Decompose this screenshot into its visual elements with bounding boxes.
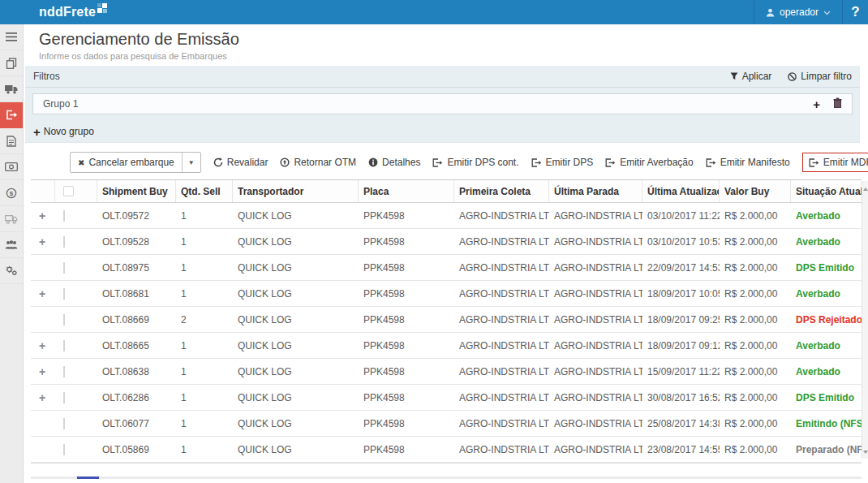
return-otm-button[interactable]: Retornar OTM (280, 157, 356, 168)
row-checkbox[interactable] (63, 314, 65, 326)
emit-manifesto-button[interactable]: Emitir Manifesto (706, 157, 790, 168)
cancel-shipment-button[interactable]: ✖ Cancelar embarque ▼ (70, 152, 201, 173)
table-scrollbar[interactable] (862, 181, 868, 459)
emit-dps-cont-button[interactable]: Emitir DPS cont. (432, 157, 518, 168)
header-ultima-parada[interactable]: Última Parada (549, 180, 642, 202)
sidebar-item-emission[interactable] (0, 102, 23, 128)
revalidate-button[interactable]: Revalidar (213, 157, 269, 168)
header-situacao-atual[interactable]: Situação Atual (791, 180, 862, 202)
table-row[interactable]: + OLT.08681 1 QUICK LOG PPK4598 AGRO-IND… (31, 281, 862, 307)
table-row[interactable]: + OLT.06286 1 QUICK LOG PPK4598 AGRO-IND… (31, 385, 862, 411)
sidebar-item-document[interactable] (0, 128, 23, 154)
row-checkbox[interactable] (63, 236, 65, 248)
clear-filter-button[interactable]: Limpar filtro (788, 71, 852, 82)
add-filter-button[interactable]: + (813, 98, 820, 110)
expand-row-button[interactable]: + (36, 235, 45, 248)
cell-first-pickup: AGRO-INDSTRIA LTDA. (454, 418, 549, 429)
users-icon (5, 240, 18, 249)
new-group-button[interactable]: + Novo grupo (33, 124, 860, 139)
emit-mdfe-label: Emitir MDFe (823, 157, 868, 168)
help-button[interactable]: ? (842, 0, 868, 24)
svg-text:$: $ (10, 189, 14, 196)
user-menu[interactable]: operador (754, 0, 842, 24)
row-checkbox[interactable] (63, 418, 65, 429)
logo-text: nddFrete (39, 5, 96, 19)
cell-updated: 25/08/2017 14:38 (642, 418, 720, 429)
export-icon (432, 158, 443, 167)
row-checkbox[interactable] (63, 444, 65, 455)
table-row[interactable]: + OLT.08665 1 QUICK LOG PPK4598 AGRO-IND… (31, 333, 862, 359)
table-row[interactable]: + OLT.08975 1 QUICK LOG PPK4598 AGRO-IND… (31, 255, 862, 281)
expand-row-button[interactable]: + (36, 391, 45, 404)
sidebar-item-transport[interactable] (0, 76, 23, 102)
header-transportador[interactable]: Transportador (233, 180, 359, 202)
table-row[interactable]: + OLT.05869 1 QUICK LOG PPK4598 AGRO-IND… (31, 437, 862, 463)
expand-row-button[interactable]: + (36, 209, 45, 222)
cell-qty: 1 (176, 418, 233, 429)
sidebar-item-documents[interactable] (0, 50, 23, 76)
table-row[interactable]: + OLT.09572 1 QUICK LOG PPK4598 AGRO-IND… (31, 203, 862, 229)
row-checkbox[interactable] (63, 366, 65, 377)
row-checkbox[interactable] (63, 392, 65, 403)
header-primeira-coleta[interactable]: Primeira Coleta (454, 180, 549, 202)
row-checkbox[interactable] (63, 340, 65, 351)
filter-group-bar[interactable]: Grupo 1 + (32, 93, 853, 114)
apply-filter-button[interactable]: Aplicar (730, 71, 772, 82)
emit-mdfe-button[interactable]: Emitir MDFe (809, 157, 868, 168)
cell-status: Averbado (791, 210, 862, 222)
cell-updated: 03/10/2017 11:22 (642, 210, 720, 222)
plus-icon: + (33, 126, 41, 138)
cancel-shipment-caret[interactable]: ▼ (182, 153, 200, 172)
sidebar-item-settings[interactable] (0, 258, 23, 284)
cell-shipment: OLT.08975 (97, 262, 176, 274)
cell-qty: 1 (176, 288, 233, 300)
expand-row-button[interactable]: + (36, 365, 45, 378)
sidebar-item-users[interactable] (0, 232, 23, 258)
expand-row-button[interactable]: + (36, 339, 45, 352)
scroll-up-icon[interactable] (863, 188, 868, 191)
row-checkbox[interactable] (63, 288, 65, 300)
header-placa[interactable]: Placa (359, 180, 454, 202)
sidebar-item-finance[interactable]: $ (0, 180, 23, 206)
cell-value: R$ 2.000,00 (720, 444, 791, 455)
details-button[interactable]: Detalhes (368, 157, 420, 168)
header-qtd-sell[interactable]: Qtd. Sell (176, 180, 233, 202)
cell-last-stop: AGRO-INDSTRIA LTDA. (549, 340, 642, 351)
emit-averbacao-button[interactable]: Emitir Averbação (605, 157, 694, 168)
pagination-active-page[interactable] (77, 477, 99, 479)
cell-last-stop: AGRO-INDSTRIA LTDA. (549, 366, 642, 377)
header-ultima-atualizacao[interactable]: Última Atualização ↓ (642, 180, 720, 202)
page-header: Gerenciamento de Emissão Informe os dado… (24, 24, 868, 65)
table-row[interactable]: + OLT.08638 1 QUICK LOG PPK4598 AGRO-IND… (31, 359, 862, 385)
select-all-checkbox[interactable] (63, 186, 74, 196)
table-header-row: Shipment Buy Qtd. Sell Transportador Pla… (31, 180, 862, 203)
circle-arrow-icon (280, 157, 290, 167)
scroll-down-icon[interactable] (863, 451, 868, 454)
filters-title: Filtros (33, 71, 60, 82)
cell-plate: PPK4598 (359, 392, 454, 403)
emit-dps-cont-label: Emitir DPS cont. (447, 157, 518, 168)
cell-updated: 23/08/2017 14:55 (642, 444, 720, 455)
cell-status: Preparado (NFS (791, 444, 862, 455)
row-checkbox[interactable] (63, 210, 65, 222)
cell-carrier: QUICK LOG (233, 288, 359, 300)
info-icon (368, 157, 378, 167)
expand-row-button[interactable]: + (36, 287, 45, 300)
cell-carrier: QUICK LOG (233, 444, 359, 455)
cell-carrier: QUICK LOG (233, 236, 359, 248)
cell-last-stop: AGRO-INDSTRIA LTDA. (549, 210, 642, 222)
sidebar-item-menu[interactable] (0, 24, 23, 50)
table-row[interactable]: + OLT.06077 1 QUICK LOG PPK4598 AGRO-IND… (31, 411, 862, 437)
cancel-shipment-label: Cancelar embarque (88, 157, 174, 168)
header-valor-buy[interactable]: Valor Buy (720, 180, 791, 202)
delete-group-button[interactable] (833, 97, 842, 111)
table-row[interactable]: + OLT.08669 2 QUICK LOG PPK4598 AGRO-IND… (31, 307, 862, 333)
sidebar-item-billing[interactable] (0, 154, 23, 180)
cell-first-pickup: AGRO-INDSTRIA LTDA. (454, 392, 549, 403)
sidebar-item-fleet[interactable] (0, 206, 23, 232)
header-shipment-buy[interactable]: Shipment Buy (97, 180, 176, 202)
export-icon (605, 158, 616, 167)
emit-dps-button[interactable]: Emitir DPS (531, 157, 594, 168)
table-row[interactable]: + OLT.09528 1 QUICK LOG PPK4598 AGRO-IND… (31, 229, 862, 255)
row-checkbox[interactable] (63, 262, 65, 274)
